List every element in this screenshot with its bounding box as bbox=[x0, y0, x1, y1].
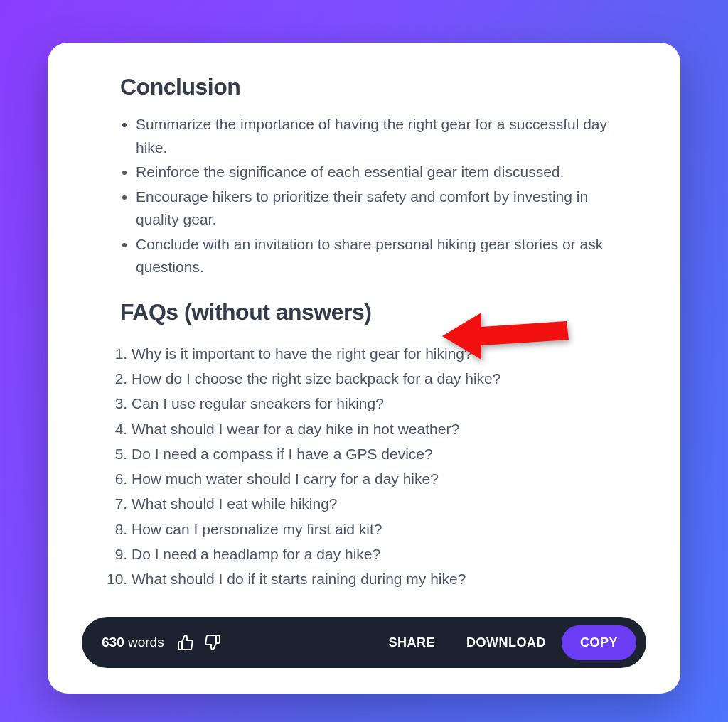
list-item: What should I eat while hiking? bbox=[132, 491, 611, 516]
faqs-list: Why is it important to have the right ge… bbox=[112, 341, 611, 592]
list-item: Why is it important to have the right ge… bbox=[132, 341, 611, 366]
list-item: Can I use regular sneakers for hiking? bbox=[132, 391, 611, 416]
list-item: How can I personalize my first aid kit? bbox=[132, 517, 611, 542]
share-button[interactable]: SHARE bbox=[373, 625, 451, 660]
feedback-group bbox=[177, 634, 221, 651]
list-item: Do I need a compass if I have a GPS devi… bbox=[132, 441, 611, 466]
list-item: Conclude with an invitation to share per… bbox=[136, 233, 611, 279]
faqs-heading: FAQs (without answers) bbox=[120, 299, 611, 325]
list-item: What should I do if it starts raining du… bbox=[132, 566, 611, 591]
list-item: Do I need a headlamp for a day hike? bbox=[132, 542, 611, 566]
thumbs-down-icon[interactable] bbox=[204, 634, 221, 651]
list-item: How much water should I carry for a day … bbox=[132, 466, 611, 491]
list-item: Encourage hikers to prioritize their saf… bbox=[136, 185, 611, 232]
content-card: Conclusion Summarize the importance of h… bbox=[48, 43, 680, 694]
thumbs-up-icon[interactable] bbox=[177, 634, 194, 651]
action-toolbar: 630 words SHARE DOWNLOAD COPY bbox=[82, 617, 646, 668]
word-count-label: words bbox=[128, 635, 164, 650]
word-count-number: 630 bbox=[102, 635, 124, 650]
list-item: Summarize the importance of having the r… bbox=[136, 113, 611, 159]
content-body: Conclusion Summarize the importance of h… bbox=[82, 74, 646, 591]
list-item: What should I wear for a day hike in hot… bbox=[132, 416, 611, 441]
list-item: Reinforce the significance of each essen… bbox=[136, 161, 611, 184]
conclusion-heading: Conclusion bbox=[120, 74, 611, 100]
list-item: How do I choose the right size backpack … bbox=[132, 366, 611, 391]
download-button[interactable]: DOWNLOAD bbox=[451, 625, 562, 660]
word-count: 630 words bbox=[102, 635, 164, 650]
copy-button[interactable]: COPY bbox=[562, 625, 636, 660]
conclusion-list: Summarize the importance of having the r… bbox=[120, 113, 611, 279]
